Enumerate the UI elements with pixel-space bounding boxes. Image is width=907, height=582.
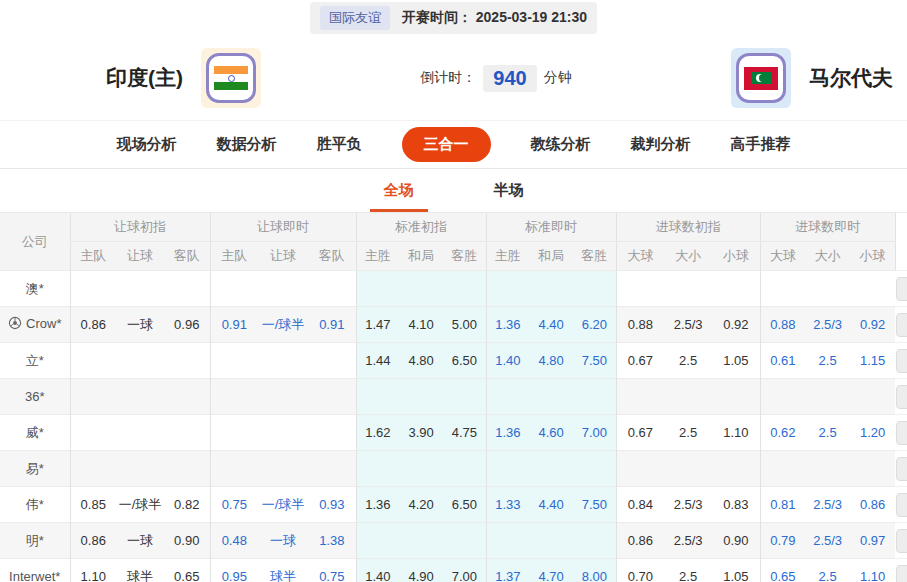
odds-cell[interactable]: 7.00 [573, 415, 616, 451]
odds-cell[interactable]: 1.15 [850, 343, 895, 379]
company-cell[interactable]: 明* [0, 523, 70, 559]
company-cell[interactable]: Crow* [0, 307, 70, 343]
odds-cell: 0.85 [70, 487, 116, 523]
odds-cell[interactable]: 2.5/3 [805, 307, 850, 343]
odds-cell[interactable]: 2.5 [805, 415, 850, 451]
odds-cell [164, 343, 210, 379]
company-cell[interactable]: 威* [0, 415, 70, 451]
odds-cell[interactable]: 0.88 [760, 307, 805, 343]
odds-cell[interactable]: 7.50 [573, 487, 616, 523]
odds-cell [399, 523, 443, 559]
odds-cell [210, 451, 258, 487]
odds-cell [443, 523, 486, 559]
row-edge-button[interactable] [896, 385, 907, 409]
odds-cell[interactable]: 2.5 [805, 343, 850, 379]
odds-cell[interactable]: 1.40 [486, 343, 529, 379]
tab-full-match[interactable]: 全场 [384, 169, 414, 212]
odds-cell[interactable]: 4.70 [529, 559, 573, 582]
odds-cell[interactable]: 一球 [258, 523, 308, 559]
company-cell[interactable]: 立* [0, 343, 70, 379]
odds-cell [760, 271, 805, 307]
row-edge-button[interactable] [896, 313, 907, 337]
company-cell[interactable]: 伟* [0, 487, 70, 523]
league-badge[interactable]: 国际友谊 [320, 6, 390, 30]
tab-three-in-one[interactable]: 三合一 [402, 127, 491, 162]
odds-cell[interactable]: 4.60 [529, 415, 573, 451]
odds-cell: 3.90 [399, 415, 443, 451]
tab-data-analysis[interactable]: 数据分析 [217, 135, 277, 154]
odds-cell [486, 451, 529, 487]
odds-cell[interactable]: 0.79 [760, 523, 805, 559]
row-edge-cell [895, 451, 907, 487]
row-edge-cell [895, 415, 907, 451]
odds-cell[interactable]: 1.20 [850, 415, 895, 451]
tab-referee-analysis[interactable]: 裁判分析 [631, 135, 691, 154]
group-header-goals-live: 进球数即时 [760, 213, 895, 242]
company-cell[interactable]: Interwet* [0, 559, 70, 582]
odds-cell [573, 379, 616, 415]
odds-cell[interactable]: 一/球半 [258, 307, 308, 343]
tab-live-analysis[interactable]: 现场分析 [117, 135, 177, 154]
odds-cell[interactable]: 1.33 [486, 487, 529, 523]
odds-cell[interactable]: 球半 [258, 559, 308, 582]
odds-cell: 0.96 [164, 307, 210, 343]
odds-cell[interactable]: 4.40 [529, 487, 573, 523]
odds-cell [70, 343, 116, 379]
odds-cell[interactable]: 2.5 [805, 559, 850, 582]
row-edge-button[interactable] [896, 529, 907, 553]
row-edge-button[interactable] [896, 421, 907, 445]
odds-cell[interactable]: 2.5/3 [805, 487, 850, 523]
odds-cell [616, 271, 664, 307]
odds-cell[interactable]: 0.65 [760, 559, 805, 582]
odds-table-body: 澳*Crow*0.86一球0.960.91一/球半0.911.474.105.0… [0, 271, 907, 582]
odds-cell[interactable]: 7.50 [573, 343, 616, 379]
odds-cell[interactable]: 0.95 [210, 559, 258, 582]
odds-cell: 0.83 [712, 487, 760, 523]
row-edge-button[interactable] [896, 565, 907, 582]
odds-cell[interactable]: 0.62 [760, 415, 805, 451]
odds-cell[interactable]: 0.92 [850, 307, 895, 343]
odds-cell: 1.47 [356, 307, 399, 343]
odds-cell[interactable]: 1.10 [850, 559, 895, 582]
odds-cell: 0.82 [164, 487, 210, 523]
odds-cell[interactable]: 4.80 [529, 343, 573, 379]
tab-win-draw-lose[interactable]: 胜平负 [317, 135, 362, 154]
odds-cell[interactable]: 一/球半 [258, 487, 308, 523]
company-cell[interactable]: 36* [0, 379, 70, 415]
odds-cell[interactable]: 0.97 [850, 523, 895, 559]
odds-cell[interactable]: 0.91 [308, 307, 356, 343]
odds-cell [356, 523, 399, 559]
tab-coach-analysis[interactable]: 教练分析 [531, 135, 591, 154]
subcol-header: 大球 [616, 242, 664, 271]
tab-half-match[interactable]: 半场 [494, 169, 524, 212]
row-edge-button[interactable] [896, 277, 907, 301]
odds-cell[interactable]: 0.61 [760, 343, 805, 379]
odds-cell[interactable]: 1.36 [486, 415, 529, 451]
row-edge-button[interactable] [896, 457, 907, 481]
odds-cell[interactable]: 1.36 [486, 307, 529, 343]
row-edge-button[interactable] [896, 493, 907, 517]
odds-cell[interactable]: 0.75 [210, 487, 258, 523]
odds-cell: 1.40 [356, 559, 399, 582]
odds-cell[interactable]: 4.40 [529, 307, 573, 343]
odds-cell[interactable]: 8.00 [573, 559, 616, 582]
company-cell[interactable]: 易* [0, 451, 70, 487]
odds-cell[interactable]: 0.93 [308, 487, 356, 523]
odds-cell[interactable]: 0.91 [210, 307, 258, 343]
odds-cell [529, 379, 573, 415]
odds-cell[interactable]: 2.5/3 [805, 523, 850, 559]
odds-cell: 0.88 [616, 307, 664, 343]
tab-expert-picks[interactable]: 高手推荐 [731, 135, 791, 154]
odds-cell: 1.05 [712, 559, 760, 582]
row-edge-button[interactable] [896, 349, 907, 373]
odds-table: 公司 让球初指 让球即时 标准初指 标准即时 进球数初指 进球数即时 主队 让球… [0, 213, 907, 582]
company-cell[interactable]: 澳* [0, 271, 70, 307]
odds-cell[interactable]: 0.48 [210, 523, 258, 559]
odds-cell[interactable]: 1.37 [486, 559, 529, 582]
odds-cell [210, 343, 258, 379]
odds-cell[interactable]: 0.86 [850, 487, 895, 523]
odds-cell[interactable]: 0.75 [308, 559, 356, 582]
odds-cell[interactable]: 1.38 [308, 523, 356, 559]
odds-cell[interactable]: 6.20 [573, 307, 616, 343]
odds-cell[interactable]: 0.81 [760, 487, 805, 523]
